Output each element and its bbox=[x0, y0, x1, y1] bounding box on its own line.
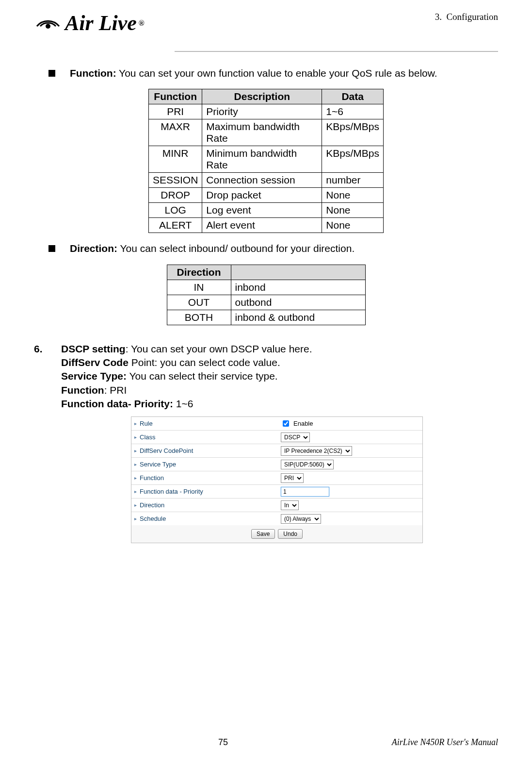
form-value: IP Precedence 2(CS2) bbox=[278, 445, 422, 457]
th-direction: Direction bbox=[167, 265, 231, 280]
cell-direction: BOTH bbox=[167, 310, 231, 325]
form-label: ▸Service Type bbox=[131, 459, 278, 470]
cell-description: Maximum bandwidth Rate bbox=[202, 119, 322, 146]
chapter-heading: 3. Configuration bbox=[435, 10, 498, 22]
cell-function: PRI bbox=[148, 104, 202, 119]
form-row: ▸FunctionPRI bbox=[131, 471, 422, 485]
cell-function: SESSION bbox=[148, 173, 202, 188]
item-index: 6. bbox=[34, 342, 61, 356]
chevron-right-icon: ▸ bbox=[134, 462, 137, 467]
bullet-function: Function: You can set your own function … bbox=[48, 67, 498, 80]
form-value: SIP(UDP:5060) bbox=[278, 458, 422, 471]
cell-value: inbond bbox=[231, 280, 365, 295]
form-row: ▸DiffServ CodePointIP Precedence 2(CS2) bbox=[131, 444, 422, 458]
table-row: MINRMinimum bandwidth RateKBps/MBps bbox=[148, 146, 383, 173]
signal-icon bbox=[34, 10, 62, 36]
cell-description: Connection session bbox=[202, 173, 322, 188]
form-label: ▸Direction bbox=[131, 499, 278, 511]
form-row: ▸Service TypeSIP(UDP:5060) bbox=[131, 458, 422, 471]
save-button[interactable]: Save bbox=[251, 529, 275, 539]
form-value: Enable bbox=[278, 417, 422, 430]
form-row: ▸ClassDSCP bbox=[131, 431, 422, 444]
cell-data: None bbox=[322, 218, 384, 233]
manual-title: AirLive N450R User's Manual bbox=[392, 737, 498, 748]
form-row: ▸Function data - Priority bbox=[131, 485, 422, 499]
cell-function: MAXR bbox=[148, 119, 202, 146]
function-select[interactable]: PRI bbox=[281, 473, 304, 483]
table-row: LOGLog eventNone bbox=[148, 203, 383, 218]
th-data: Data bbox=[322, 89, 384, 104]
cell-description: Drop packet bbox=[202, 188, 322, 203]
form-label: ▸Function bbox=[131, 472, 278, 483]
cell-data: None bbox=[322, 188, 384, 203]
table-row: BOTHinbond & outbond bbox=[167, 310, 365, 325]
table-row: MAXRMaximum bandwidth RateKBps/MBps bbox=[148, 119, 383, 146]
cell-description: Priority bbox=[202, 104, 322, 119]
registered-mark: ® bbox=[139, 19, 145, 28]
form-value: DSCP bbox=[278, 431, 422, 444]
definition-line: DSCP setting: You can set your own DSCP … bbox=[61, 342, 498, 356]
logo-text: Air Live bbox=[65, 11, 137, 35]
cell-function: LOG bbox=[148, 203, 202, 218]
svg-point-0 bbox=[46, 24, 50, 29]
table-row: OUToutbond bbox=[167, 295, 365, 310]
form-label: ▸DiffServ CodePoint bbox=[131, 445, 278, 456]
table-row: DROPDrop packetNone bbox=[148, 188, 383, 203]
chevron-right-icon: ▸ bbox=[134, 448, 137, 453]
cell-function: MINR bbox=[148, 146, 202, 173]
th-blank bbox=[231, 265, 365, 280]
function-table: Function Description Data PRIPriority1~6… bbox=[148, 89, 384, 233]
cell-description: Alert event bbox=[202, 218, 322, 233]
cell-function: ALERT bbox=[148, 218, 202, 233]
table-row: INinbond bbox=[167, 280, 365, 295]
th-function: Function bbox=[148, 89, 202, 104]
schedule-select[interactable]: (0) Always bbox=[281, 514, 321, 524]
chevron-right-icon: ▸ bbox=[134, 516, 137, 521]
form-row: ▸DirectionIn bbox=[131, 499, 422, 512]
form-label: ▸Schedule bbox=[131, 513, 278, 524]
definition-line: Function: PRI bbox=[61, 383, 498, 397]
form-label: ▸Rule bbox=[131, 418, 278, 429]
direction-desc: You can select inbound/ outbound for you… bbox=[120, 243, 355, 254]
service-type-select[interactable]: SIP(UDP:5060) bbox=[281, 460, 334, 469]
bullet-icon bbox=[48, 70, 55, 77]
function-data-priority-input[interactable] bbox=[281, 487, 329, 497]
cell-value: inbond & outbond bbox=[231, 310, 365, 325]
checkbox-label: Enable bbox=[293, 420, 313, 427]
form-row: ▸RuleEnable bbox=[131, 417, 422, 431]
undo-button[interactable]: Undo bbox=[278, 529, 303, 539]
chevron-right-icon: ▸ bbox=[134, 489, 137, 494]
form-row: ▸Schedule(0) Always bbox=[131, 512, 422, 525]
th-description: Description bbox=[202, 89, 322, 104]
cell-data: KBps/MBps bbox=[322, 146, 384, 173]
bullet-icon bbox=[48, 245, 55, 252]
direction-label: Direction: bbox=[70, 243, 117, 254]
cell-description: Log event bbox=[202, 203, 322, 218]
form-label: ▸Function data - Priority bbox=[131, 486, 278, 497]
cell-direction: IN bbox=[167, 280, 231, 295]
definition-line: Service Type: You can select their servi… bbox=[61, 369, 498, 383]
chevron-right-icon: ▸ bbox=[134, 434, 137, 440]
form-value bbox=[278, 485, 422, 498]
cell-data: None bbox=[322, 203, 384, 218]
section-6: 6. DSCP setting: You can set your own DS… bbox=[34, 342, 498, 411]
class-select[interactable]: DSCP bbox=[281, 432, 310, 442]
header-divider bbox=[175, 51, 498, 52]
cell-direction: OUT bbox=[167, 295, 231, 310]
cell-data: number bbox=[322, 173, 384, 188]
bullet-direction: Direction: You can select inbound/ outbo… bbox=[48, 242, 498, 255]
cell-description: Minimum bandwidth Rate bbox=[202, 146, 322, 173]
cell-data: KBps/MBps bbox=[322, 119, 384, 146]
function-desc: You can set your own function value to e… bbox=[119, 67, 437, 79]
enable-checkbox[interactable] bbox=[283, 420, 289, 427]
chevron-right-icon: ▸ bbox=[134, 421, 137, 426]
direction-select[interactable]: In bbox=[281, 500, 299, 510]
function-label: Function: bbox=[70, 67, 116, 79]
diffserv-codepoint-select[interactable]: IP Precedence 2(CS2) bbox=[281, 446, 352, 456]
definition-line: Function data- Priority: 1~6 bbox=[61, 397, 498, 411]
dscp-form: ▸RuleEnable▸ClassDSCP▸DiffServ CodePoint… bbox=[131, 416, 423, 543]
table-row: PRIPriority1~6 bbox=[148, 104, 383, 119]
definition-line: DiffServ Code Point: you can select code… bbox=[61, 356, 498, 369]
form-value: (0) Always bbox=[278, 513, 422, 525]
brand-logo: Air Live ® bbox=[34, 10, 145, 36]
